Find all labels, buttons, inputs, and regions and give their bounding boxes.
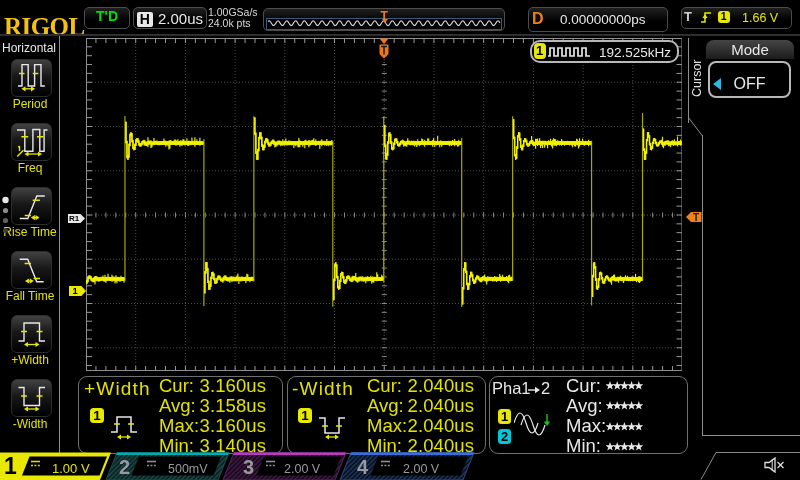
svg-text:R1: R1 [69,214,80,223]
svg-text:T: T [693,212,699,222]
svg-text:1: 1 [73,286,79,296]
